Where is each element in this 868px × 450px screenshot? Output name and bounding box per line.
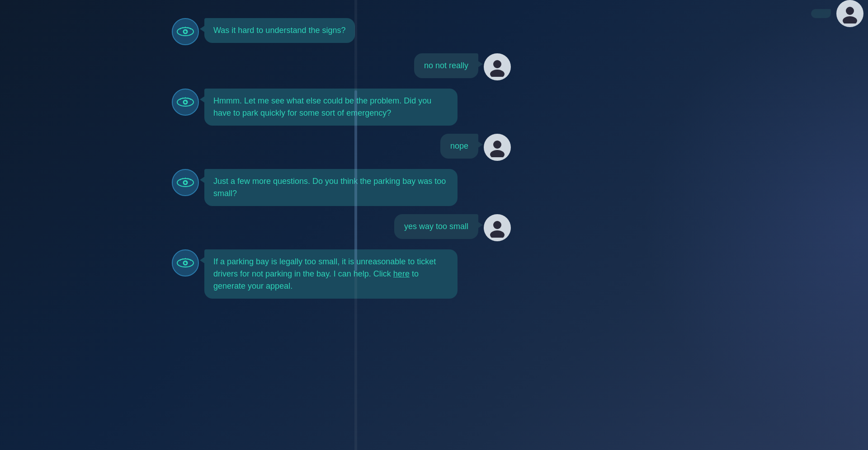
- user-message-4-text: nope: [450, 141, 468, 150]
- user-bubble-6: yes way too small: [394, 214, 478, 239]
- svg-point-27: [186, 182, 187, 183]
- bot-avatar-3: [172, 89, 199, 116]
- message-row-user-4: nope: [172, 134, 515, 161]
- user-silhouette-icon-2: [487, 57, 507, 77]
- user-message-2-text: no not really: [424, 61, 468, 70]
- user-silhouette-icon-4: [487, 137, 507, 157]
- user-message-6-text: yes way too small: [404, 222, 468, 231]
- user-silhouette-icon: [840, 4, 860, 23]
- svg-point-34: [490, 230, 505, 238]
- message-row-bot-3: Hmmm. Let me see what else could be the …: [172, 89, 515, 126]
- bot-bubble-1: Was it hard to understand the signs?: [204, 18, 355, 43]
- svg-point-16: [186, 101, 187, 102]
- scrollbar-track: [354, 0, 357, 450]
- svg-point-22: [493, 141, 501, 149]
- partial-user-avatar: [836, 0, 863, 27]
- svg-line-20: [188, 98, 189, 98]
- bot-message-3-text: Hmmm. Let me see what else could be the …: [213, 96, 431, 117]
- bot-bubble-7: If a parking bay is legally too small, i…: [204, 249, 458, 299]
- user-bubble-2: no not really: [414, 53, 478, 78]
- message-row-user-2: no not really: [172, 53, 515, 80]
- svg-line-18: [183, 98, 183, 98]
- chat-container: Was it hard to understand the signs? no …: [172, 0, 515, 450]
- bot-message-1-text: Was it hard to understand the signs?: [213, 26, 346, 35]
- message-row-user-6: yes way too small: [172, 214, 515, 241]
- message-row-bot-1: Was it hard to understand the signs?: [172, 18, 515, 45]
- bot-message-7-text: If a parking bay is legally too small, i…: [213, 257, 436, 291]
- svg-line-31: [188, 178, 189, 179]
- user-avatar-4: [484, 134, 511, 161]
- svg-line-9: [188, 27, 189, 28]
- svg-point-5: [186, 31, 187, 32]
- svg-point-12: [490, 70, 505, 77]
- partial-user-bubble: [811, 9, 831, 18]
- appeal-link[interactable]: here: [393, 269, 410, 278]
- svg-point-38: [186, 262, 187, 263]
- svg-line-7: [183, 27, 183, 28]
- eye-icon-3: [177, 97, 194, 107]
- svg-line-29: [183, 178, 183, 179]
- svg-line-42: [188, 258, 189, 259]
- eye-icon: [177, 27, 194, 37]
- svg-point-23: [490, 150, 505, 157]
- svg-line-40: [183, 258, 183, 259]
- svg-point-11: [493, 60, 501, 68]
- message-row-bot-5: Just a few more questions. Do you think …: [172, 169, 515, 206]
- scrollbar-thumb[interactable]: [354, 90, 357, 271]
- bot-bubble-3: Hmmm. Let me see what else could be the …: [204, 89, 458, 126]
- eye-icon-7: [177, 258, 194, 268]
- bot-avatar-1: [172, 18, 199, 45]
- bot-avatar-5: [172, 169, 199, 196]
- svg-point-1: [843, 16, 857, 23]
- svg-point-0: [846, 7, 854, 15]
- partial-top-message: [683, 0, 863, 27]
- eye-icon-5: [177, 178, 194, 188]
- user-avatar-2: [484, 53, 511, 80]
- user-avatar-6: [484, 214, 511, 241]
- user-silhouette-icon-6: [487, 218, 507, 238]
- bot-bubble-5: Just a few more questions. Do you think …: [204, 169, 458, 206]
- svg-point-33: [493, 221, 501, 229]
- bot-avatar-7: [172, 249, 199, 277]
- user-bubble-4: nope: [440, 134, 478, 159]
- message-row-bot-7: If a parking bay is legally too small, i…: [172, 249, 515, 299]
- bot-message-5-text: Just a few more questions. Do you think …: [213, 177, 446, 198]
